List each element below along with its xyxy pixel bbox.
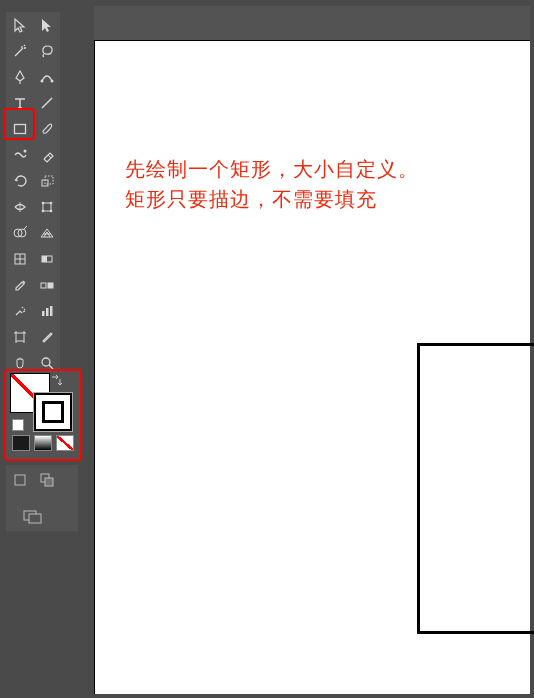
svg-point-7	[41, 202, 44, 205]
eyedropper-tool[interactable]	[6, 272, 33, 298]
svg-rect-25	[45, 478, 53, 486]
slice-tool[interactable]	[33, 324, 60, 350]
tools-panel	[6, 12, 60, 376]
svg-rect-27	[29, 514, 41, 523]
paintbrush-tool[interactable]	[33, 116, 60, 142]
svg-rect-6	[43, 203, 51, 211]
svg-point-3	[23, 150, 26, 153]
width-tool[interactable]	[6, 194, 33, 220]
symbol-sprayer-tool[interactable]	[6, 298, 33, 324]
eraser-tool[interactable]	[33, 142, 60, 168]
gradient-tool[interactable]	[33, 246, 60, 272]
change-screen-mode[interactable]	[6, 503, 60, 529]
shape-builder-tool[interactable]	[6, 220, 33, 246]
svg-rect-17	[48, 283, 53, 288]
selection-tool[interactable]	[6, 12, 33, 38]
annotation-line-2: 矩形只要描边，不需要填充	[125, 186, 377, 213]
svg-rect-16	[41, 283, 46, 288]
swap-fill-stroke-icon[interactable]	[50, 373, 64, 387]
pencil-tool[interactable]	[6, 142, 33, 168]
default-fill-stroke-icon[interactable]	[12, 419, 24, 431]
screen-mode-panel	[6, 465, 78, 531]
magic-wand-tool[interactable]	[6, 38, 33, 64]
perspective-grid-tool[interactable]	[33, 220, 60, 246]
svg-rect-23	[15, 475, 25, 485]
draw-behind-mode[interactable]	[33, 467, 60, 493]
column-graph-tool[interactable]	[33, 298, 60, 324]
svg-point-1	[50, 80, 53, 83]
type-tool[interactable]	[6, 90, 33, 116]
free-transform-tool[interactable]	[33, 194, 60, 220]
svg-rect-2	[14, 125, 25, 134]
drawn-rectangle-shape[interactable]	[417, 343, 534, 634]
svg-rect-15	[42, 256, 47, 262]
stroke-swatch[interactable]	[34, 393, 72, 431]
draw-inside-mode[interactable]	[60, 467, 78, 493]
color-mode-none[interactable]	[56, 435, 74, 451]
svg-rect-18	[42, 311, 45, 316]
blend-tool[interactable]	[33, 272, 60, 298]
fill-stroke-panel	[4, 369, 82, 461]
color-mode-gradient[interactable]	[34, 435, 52, 451]
annotation-line-1: 先绘制一个矩形，大小自定义。	[125, 156, 419, 183]
color-mode-solid[interactable]	[12, 435, 30, 451]
svg-point-9	[41, 210, 44, 213]
top-panel-strip	[94, 6, 530, 40]
svg-rect-20	[50, 306, 53, 316]
scale-tool[interactable]	[33, 168, 60, 194]
svg-point-8	[49, 202, 52, 205]
rectangle-tool[interactable]	[6, 116, 33, 142]
mesh-tool[interactable]	[6, 246, 33, 272]
svg-point-22	[42, 358, 50, 366]
lasso-tool[interactable]	[33, 38, 60, 64]
rotate-tool[interactable]	[6, 168, 33, 194]
pen-tool[interactable]	[6, 64, 33, 90]
curvature-tool[interactable]	[33, 64, 60, 90]
direct-selection-tool[interactable]	[33, 12, 60, 38]
draw-normal-mode[interactable]	[6, 467, 33, 493]
svg-point-0	[40, 80, 43, 83]
artboard-tool[interactable]	[6, 324, 33, 350]
canvas-artboard[interactable]	[94, 40, 530, 694]
svg-point-10	[49, 210, 52, 213]
line-segment-tool[interactable]	[33, 90, 60, 116]
svg-rect-21	[16, 333, 24, 341]
svg-rect-19	[46, 308, 49, 316]
